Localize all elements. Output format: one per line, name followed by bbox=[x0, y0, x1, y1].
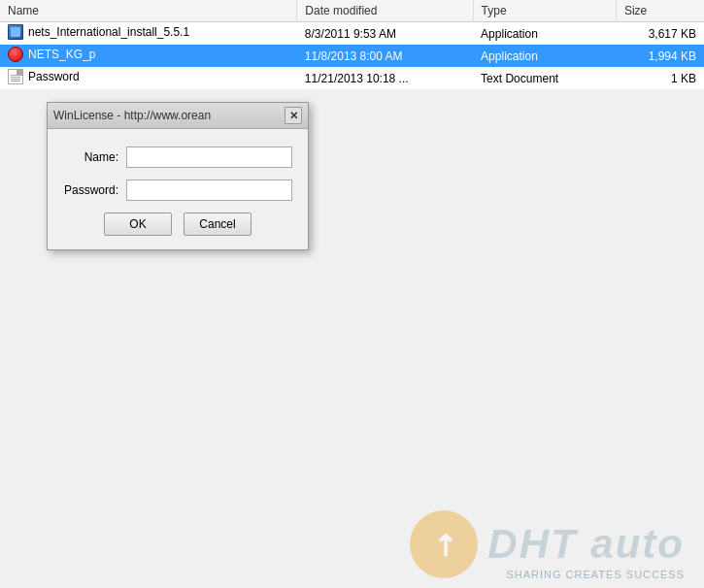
file-name-cell: NETS_KG_p bbox=[0, 45, 297, 67]
file-date-cell: 8/3/2011 9:53 AM bbox=[297, 22, 473, 46]
file-name-cell: Password bbox=[0, 67, 297, 89]
watermark-circle: ↗ bbox=[410, 510, 478, 578]
file-size-cell: 1,994 KB bbox=[616, 45, 704, 67]
password-label: Password: bbox=[63, 183, 126, 197]
name-label: Name: bbox=[63, 150, 126, 164]
col-header-size[interactable]: Size bbox=[616, 0, 704, 22]
watermark-subtext: Sharing creates success bbox=[506, 569, 685, 580]
app-icon bbox=[8, 24, 23, 40]
col-header-name[interactable]: Name bbox=[0, 0, 297, 22]
file-name-label: Password bbox=[28, 70, 80, 83]
dialog-title: WinLicense - http://www.orean bbox=[53, 109, 211, 122]
file-type-cell: Application bbox=[473, 22, 616, 46]
file-date-cell: 11/8/2013 8:00 AM bbox=[297, 45, 473, 67]
file-type-cell: Application bbox=[473, 45, 616, 67]
ok-button[interactable]: OK bbox=[104, 212, 172, 236]
winlicense-dialog: WinLicense - http://www.orean ✕ Name: Pa… bbox=[47, 102, 309, 250]
file-type-cell: Text Document bbox=[473, 67, 616, 89]
file-name-label: nets_International_install_5.5.1 bbox=[28, 25, 189, 39]
table-row[interactable]: Password11/21/2013 10:18 ...Text Documen… bbox=[0, 67, 704, 89]
text-doc-icon bbox=[8, 69, 23, 84]
watermark-text: DHT auto bbox=[487, 521, 685, 568]
dialog-close-button[interactable]: ✕ bbox=[285, 107, 302, 124]
name-input[interactable] bbox=[126, 147, 292, 168]
watermark: ↗ DHT auto Sharing creates success bbox=[364, 501, 704, 588]
table-row[interactable]: NETS_KG_p11/8/2013 8:00 AMApplication1,9… bbox=[0, 45, 704, 67]
dialog-titlebar: WinLicense - http://www.orean ✕ bbox=[48, 103, 308, 129]
red-app-icon bbox=[8, 47, 23, 62]
dialog-body: Name: Password: OK Cancel bbox=[48, 129, 308, 249]
file-date-cell: 11/21/2013 10:18 ... bbox=[297, 67, 473, 89]
watermark-arrow-icon: ↗ bbox=[423, 524, 464, 565]
col-header-date[interactable]: Date modified bbox=[297, 0, 473, 22]
file-size-cell: 1 KB bbox=[616, 67, 704, 89]
file-size-cell: 3,617 KB bbox=[616, 22, 704, 46]
file-table: Name Date modified Type Size nets_Intern… bbox=[0, 0, 704, 89]
col-header-type[interactable]: Type bbox=[473, 0, 616, 22]
password-input[interactable] bbox=[126, 180, 292, 201]
password-row: Password: bbox=[63, 180, 292, 201]
table-row[interactable]: nets_International_install_5.5.18/3/2011… bbox=[0, 22, 704, 46]
dialog-buttons: OK Cancel bbox=[63, 212, 292, 236]
name-row: Name: bbox=[63, 147, 292, 168]
file-name-cell: nets_International_install_5.5.1 bbox=[0, 22, 297, 46]
file-name-label: NETS_KG_p bbox=[28, 48, 95, 61]
cancel-button[interactable]: Cancel bbox=[184, 212, 251, 236]
